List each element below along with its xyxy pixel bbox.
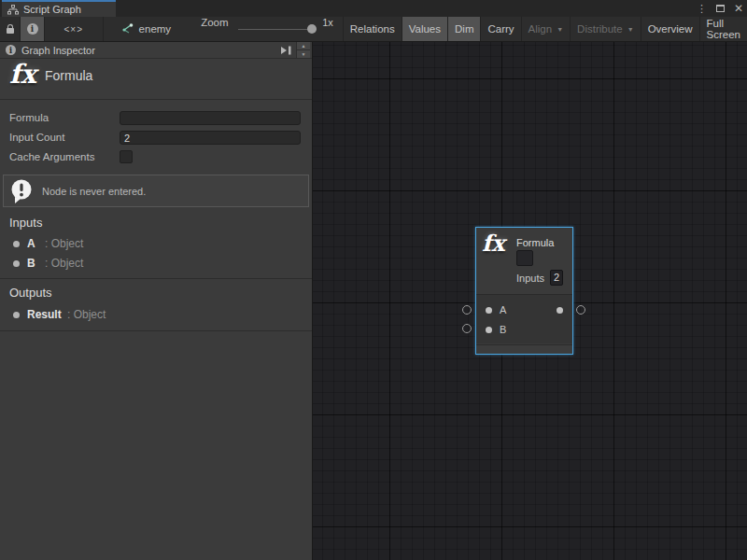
graph-canvas[interactable]: fx Formula Inputs 2 A B (313, 42, 747, 560)
dock-panel-icon[interactable] (280, 46, 292, 55)
output-port-row-result: Result : Object (0, 308, 312, 323)
graph-reference[interactable]: enemy (120, 17, 172, 41)
kebab-menu-icon[interactable]: ⋮ (697, 0, 707, 17)
input-port-b-label: B (500, 324, 506, 335)
node-footer (476, 344, 572, 354)
unit-title: Formula (45, 68, 92, 83)
port-name: A (27, 237, 35, 250)
output-port-result[interactable] (557, 307, 563, 314)
zoom-slider[interactable] (238, 17, 317, 41)
port-connector-result[interactable] (576, 305, 585, 315)
port-name: Result (27, 308, 62, 321)
input-count-label: Input Count (9, 132, 64, 143)
overview-button[interactable]: Overview (641, 17, 699, 41)
port-bullet-icon (13, 241, 20, 247)
section-divider (0, 330, 312, 331)
fx-icon: fx (9, 59, 36, 90)
lock-button[interactable] (0, 17, 21, 41)
tab-script-graph[interactable]: Script Graph (2, 0, 116, 17)
cache-arguments-checkbox[interactable] (120, 150, 133, 163)
align-dropdown[interactable]: Align ▼ (521, 17, 571, 41)
hierarchy-icon (7, 5, 19, 15)
cache-arguments-label: Cache Arguments (9, 151, 94, 162)
node-inputs-value[interactable]: 2 (550, 270, 563, 286)
relations-button[interactable]: Relations (343, 17, 402, 41)
zoom-value: 1x (322, 17, 333, 41)
warning-text: Node is never entered. (42, 186, 146, 197)
formula-field-label: Formula (9, 112, 49, 123)
node-ports-section: A B (476, 294, 572, 343)
zoom-slider-track (238, 29, 317, 30)
toolbar-buttons: Relations Values Dim Carry Align ▼ Distr… (343, 17, 747, 41)
fx-icon: fx (482, 230, 505, 257)
maximize-icon[interactable] (716, 5, 725, 12)
inspector-header: i Graph Inspector ▲ ▼ (0, 42, 312, 59)
warning-icon (9, 178, 35, 204)
section-divider (0, 278, 312, 279)
input-port-a[interactable] (486, 307, 492, 314)
tab-label: Script Graph (23, 4, 81, 15)
zoom-slider-thumb[interactable] (307, 24, 317, 34)
carry-button[interactable]: Carry (480, 17, 520, 41)
values-button[interactable]: Values (402, 17, 447, 41)
input-port-a-label: A (500, 304, 506, 315)
input-count-input[interactable] (120, 131, 301, 145)
port-bullet-icon (13, 312, 20, 318)
scroll-up-icon[interactable]: ▲ (297, 42, 310, 50)
port-type: : Object (45, 257, 83, 270)
port-type: : Object (45, 237, 83, 250)
port-name: B (27, 257, 35, 270)
graph-name: enemy (139, 23, 172, 35)
scroll-down-icon[interactable]: ▼ (297, 50, 310, 59)
inspector-toggle-button[interactable]: i (21, 17, 45, 41)
code-view-button[interactable]: <×> (45, 17, 104, 41)
outputs-heading: Outputs (9, 286, 52, 300)
formula-node[interactable]: fx Formula Inputs 2 A B (475, 227, 573, 355)
full-screen-button[interactable]: Full Screen (699, 17, 747, 41)
dim-button[interactable]: Dim (447, 17, 480, 41)
node-title: Formula (516, 237, 554, 248)
formula-input[interactable] (120, 111, 301, 125)
input-port-row-a: A : Object (0, 237, 312, 252)
graph-toolbar: i <×> enemy Zoom 1x Relations Values Dim… (0, 17, 747, 42)
input-port-b[interactable] (486, 327, 492, 333)
script-graph-icon (120, 23, 134, 35)
distribute-dropdown[interactable]: Distribute ▼ (570, 17, 641, 41)
chevron-down-icon: ▼ (557, 26, 563, 33)
port-bullet-icon (13, 260, 20, 267)
tab-bar: Script Graph ⋮ ✕ (0, 0, 747, 17)
close-icon[interactable]: ✕ (734, 0, 743, 17)
scroll-spinner[interactable]: ▲ ▼ (296, 42, 310, 59)
unit-title-block: fx Formula (0, 59, 312, 100)
port-connector-b[interactable] (462, 324, 472, 333)
info-icon: i (27, 23, 38, 35)
graph-inspector-panel: i Graph Inspector ▲ ▼ fx Formula Formula… (0, 42, 313, 560)
info-icon: i (6, 45, 16, 55)
input-port-row-b: B : Object (0, 257, 312, 272)
port-type: : Object (67, 308, 106, 321)
node-inputs-label: Inputs (516, 273, 544, 284)
inspector-title: Graph Inspector (21, 45, 95, 56)
zoom-label: Zoom (201, 17, 228, 41)
code-icon: <×> (64, 24, 84, 35)
warning-box: Node is never entered. (3, 175, 309, 207)
node-formula-input[interactable] (516, 250, 533, 266)
inputs-heading: Inputs (9, 216, 42, 230)
lock-icon (6, 24, 15, 34)
window-controls: ⋮ ✕ (697, 0, 743, 17)
port-connector-a[interactable] (462, 305, 472, 315)
chevron-down-icon: ▼ (627, 26, 634, 33)
